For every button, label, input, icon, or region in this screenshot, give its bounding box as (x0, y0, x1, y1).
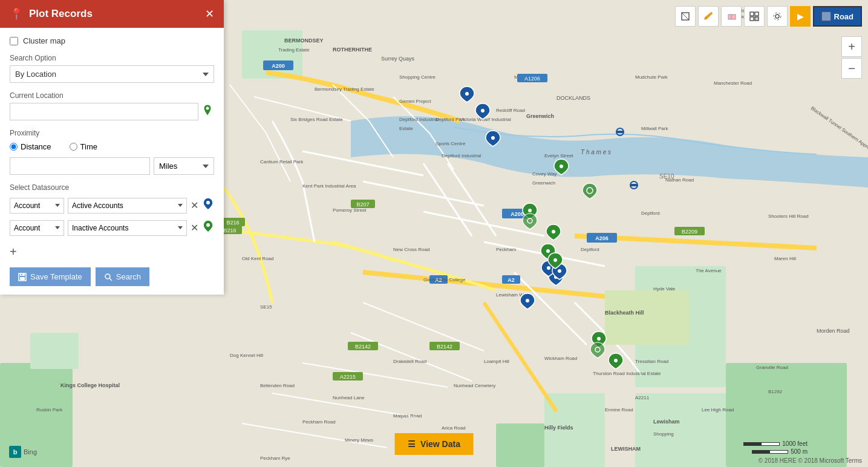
proximity-unit-select[interactable]: Miles (154, 157, 214, 175)
scale-bar: 1000 feet 500 m (743, 440, 808, 455)
location-pin-button[interactable] (201, 103, 214, 120)
datasource-pin-2 (202, 219, 214, 237)
add-datasource-button[interactable]: + (10, 245, 17, 259)
datasource-row-2: Account Inactive Accounts ✕ (10, 219, 214, 237)
view-data-icon: ☰ (408, 439, 416, 449)
save-template-label: Save Template (30, 272, 82, 281)
svg-text:Old Kent Road: Old Kent Road (242, 256, 273, 261)
svg-rect-9 (605, 290, 690, 345)
svg-text:B2142: B2142 (437, 344, 452, 350)
svg-text:Redcliff Road: Redcliff Road (496, 108, 525, 113)
time-radio[interactable] (70, 143, 77, 151)
search-option-label: Search Option (10, 54, 214, 62)
time-label: Time (80, 142, 97, 151)
proximity-label: Proximity (10, 129, 214, 137)
svg-text:Lee High Road: Lee High Road (702, 407, 734, 413)
cluster-map-checkbox[interactable] (10, 37, 18, 45)
svg-text:Manchester Road: Manchester Road (714, 80, 752, 86)
svg-text:Blackheath Hill: Blackheath Hill (605, 310, 644, 316)
datasource-remove-button-2[interactable]: ✕ (191, 222, 198, 234)
zoom-out-button[interactable]: − (841, 58, 862, 79)
datasource-remove-button-1[interactable]: ✕ (191, 200, 198, 211)
search-label: Search (116, 272, 141, 281)
svg-text:Granville Road: Granville Road (756, 365, 788, 370)
svg-text:Deptford: Deptford (581, 247, 599, 252)
view-data-button[interactable]: ☰ View Data (394, 433, 474, 455)
svg-text:Deptford Industrial: Deptford Industrial (442, 153, 481, 158)
svg-rect-137 (750, 12, 754, 16)
svg-text:Goldsmiths College: Goldsmiths College (423, 277, 466, 282)
datasource-value-select-1[interactable]: Active Accounts (68, 198, 187, 214)
svg-rect-149 (20, 277, 25, 280)
datasource-group: Select Datasource Account Active Account… (10, 183, 214, 237)
save-template-button[interactable]: Save Template (10, 267, 91, 286)
svg-text:B207: B207 (356, 201, 369, 207)
lasso-tool-button[interactable] (675, 6, 696, 27)
svg-text:Millwall Park: Millwall Park (641, 126, 668, 131)
datasource-type-select-1[interactable]: Account (10, 198, 64, 214)
svg-rect-138 (755, 12, 759, 16)
svg-text:Greenwich: Greenwich (532, 180, 555, 186)
svg-point-123 (614, 359, 618, 362)
datasource-type-select-2[interactable]: Account (10, 220, 64, 236)
svg-text:A2215: A2215 (340, 374, 356, 380)
svg-text:A1206: A1206 (524, 76, 540, 82)
svg-text:Pomeroy Street: Pomeroy Street (333, 207, 367, 213)
panel-close-button[interactable]: ✕ (205, 7, 214, 21)
datasource-value-select-2[interactable]: Inactive Accounts (68, 220, 187, 236)
svg-point-147 (206, 223, 210, 227)
pencil-tool-button[interactable] (698, 6, 719, 27)
search-option-select[interactable]: By Location (10, 65, 214, 83)
svg-text:LEWISHAM: LEWISHAM (611, 446, 641, 452)
right-toolbar: ▶ Road (675, 6, 863, 27)
zoom-in-button[interactable]: + (841, 36, 862, 57)
add-datasource-row: + (10, 245, 214, 259)
svg-text:Dog Kennel Hill: Dog Kennel Hill (230, 353, 263, 358)
distance-radio-option[interactable]: Distance (10, 142, 51, 151)
svg-rect-8 (496, 423, 544, 467)
eraser-tool-button[interactable] (721, 6, 742, 27)
svg-text:Hyde Vale: Hyde Vale (653, 286, 676, 292)
svg-text:A206: A206 (595, 235, 609, 241)
road-map-button[interactable]: Road (813, 6, 863, 27)
svg-rect-6 (635, 393, 726, 467)
svg-point-113 (558, 269, 561, 273)
bing-label: Bing (24, 448, 37, 456)
svg-text:Kent Park Industrial Area: Kent Park Industrial Area (302, 183, 356, 189)
svg-point-112 (547, 266, 550, 270)
svg-text:A200: A200 (511, 211, 524, 217)
svg-text:Ruskin Park: Ruskin Park (36, 407, 63, 413)
zoom-controls: + − (841, 36, 862, 79)
here-copyright: © 2018 HERE © 2018 Microsoft Terms (759, 457, 862, 464)
distance-radio[interactable] (10, 143, 18, 151)
svg-point-145 (206, 107, 209, 110)
settings-tool-button[interactable] (767, 6, 788, 27)
svg-text:Gemini Project: Gemini Project (399, 99, 431, 104)
search-button[interactable]: Search (96, 267, 149, 286)
svg-text:Loampit Hill: Loampit Hill (484, 359, 509, 364)
proximity-number-input[interactable] (10, 157, 150, 175)
cluster-map-row: Cluster map (10, 36, 214, 45)
svg-point-116 (528, 209, 532, 212)
current-location-input[interactable] (10, 103, 198, 120)
svg-point-142 (774, 13, 781, 20)
grid-tool-button[interactable] (744, 6, 765, 27)
time-radio-option[interactable]: Time (70, 142, 97, 151)
svg-text:Tressilian Road: Tressilian Road (635, 359, 668, 364)
svg-text:B216: B216 (226, 220, 239, 226)
svg-text:Sports Centre: Sports Centre (436, 141, 466, 146)
svg-text:Greenwich: Greenwich (526, 113, 554, 119)
datasource-label: Select Datasource (10, 183, 214, 192)
svg-rect-135 (728, 15, 736, 19)
svg-text:Peckham Rye: Peckham Rye (260, 456, 290, 461)
svg-text:Deptford: Deptford (641, 211, 660, 216)
svg-text:Shopping: Shopping (653, 431, 674, 437)
proximity-input-row: Miles (10, 157, 214, 175)
scale-label-meters: 500 m (791, 448, 808, 455)
svg-text:SE15: SE15 (260, 304, 272, 310)
svg-text:A200: A200 (272, 63, 285, 69)
svg-text:A2: A2 (507, 277, 515, 283)
side-panel: 📍 Plot Records ✕ Cluster map Search Opti… (0, 0, 224, 295)
arrow-road-button[interactable]: ▶ (790, 6, 811, 27)
view-data-label: View Data (420, 439, 460, 449)
